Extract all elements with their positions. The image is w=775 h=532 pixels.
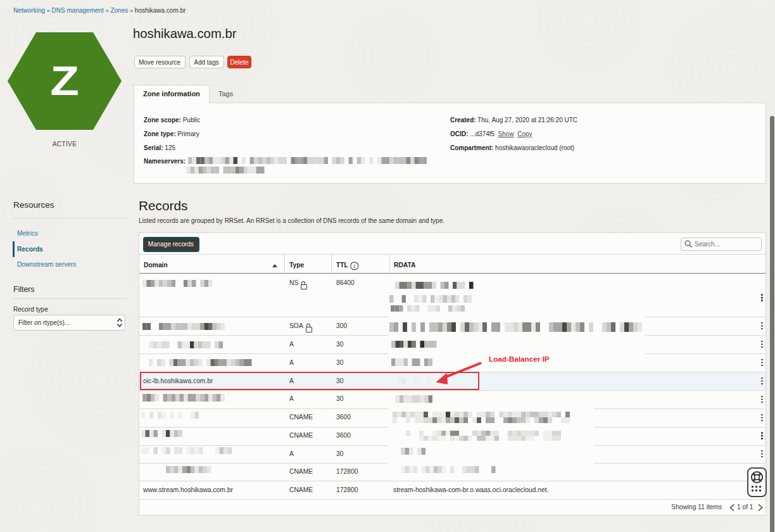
svg-text:i: i xyxy=(353,263,355,269)
svg-text:Z: Z xyxy=(50,58,79,104)
